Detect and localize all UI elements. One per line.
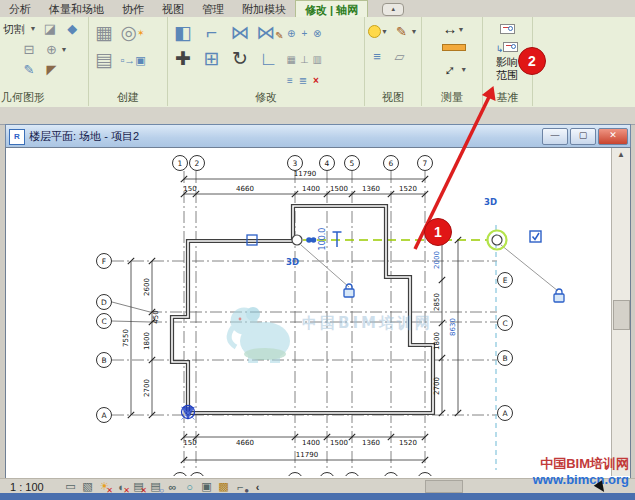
unpin-icon[interactable]: ▥ (311, 53, 324, 66)
edit-profile-icon[interactable]: ✎ (20, 61, 38, 79)
scope-icon (500, 24, 515, 34)
lock-icon-right[interactable] (554, 289, 564, 302)
reveal-hidden-bulb-icon[interactable]: ○ (182, 481, 197, 493)
horizontal-scroll-thumb[interactable] (425, 480, 463, 493)
temp-dimension-value[interactable]: 100.0 (318, 228, 327, 251)
svg-text:C: C (502, 319, 507, 328)
cut-dropdown-icon[interactable]: ▼ (29, 25, 36, 32)
tab-collaborate[interactable]: 协作 (113, 0, 153, 17)
svg-text:1360: 1360 (362, 439, 380, 447)
measure-diagonal-icon[interactable]: ↔ (436, 57, 460, 81)
measure-dropdown-icon[interactable]: ▼ (458, 26, 465, 33)
svg-text:4: 4 (325, 159, 330, 168)
tab-analyze[interactable]: 分析 (0, 0, 40, 17)
cutaway-lines-icon[interactable]: ≡ (368, 48, 386, 66)
align-icon[interactable]: ◧ (171, 21, 195, 45)
watermark-line2: www.bimcn.org (533, 472, 629, 488)
cut-button[interactable]: 切割 (3, 23, 25, 35)
mirror-draw-icon[interactable]: ⋈✎ (256, 21, 280, 45)
tab-manage[interactable]: 管理 (193, 0, 233, 17)
copy-to-clipboard-icon[interactable]: ▫→▣ (120, 48, 144, 72)
create-similar-icon[interactable]: ◎✶ (120, 21, 144, 45)
close-button[interactable]: ✕ (598, 128, 628, 145)
scale-icon[interactable]: ▦ (285, 53, 298, 66)
demolish-hammer-icon[interactable]: ◤ (42, 61, 60, 79)
align-right-icon[interactable]: ≣ (296, 74, 309, 87)
rotate-icon[interactable]: ↻ (228, 47, 252, 71)
tab-modify-grid-active[interactable]: 修改 | 轴网 (295, 0, 368, 17)
scroll-up-icon[interactable]: ▲ (612, 150, 630, 159)
segment-toggle-icon-2[interactable] (311, 237, 317, 243)
propagate-checkbox[interactable] (530, 231, 541, 242)
tab-view[interactable]: 视图 (153, 0, 193, 17)
crop-region-icon[interactable]: ▣ (199, 480, 214, 493)
copy-icon[interactable]: ⊞ (199, 47, 223, 71)
crop-view-icon[interactable]: ▤○ (148, 480, 163, 493)
vertical-scroll-thumb[interactable] (613, 300, 630, 330)
3d-extent-label-left[interactable]: 3D (286, 257, 299, 267)
join-geometry-icon[interactable]: ◆ (63, 20, 81, 38)
align-left-icon[interactable]: ≡ (283, 74, 296, 87)
ribbon-collapse-button[interactable]: ▴ (382, 3, 404, 16)
bulb-dropdown-icon[interactable]: ▼ (381, 28, 388, 35)
trim-extend-icon[interactable]: ∟ (256, 47, 280, 71)
move-icon[interactable]: ✚ (171, 47, 195, 71)
linework-brush-icon[interactable]: ✎ (392, 23, 410, 41)
window-bottom-edge (0, 493, 635, 500)
measure2-dropdown-icon[interactable]: ▼ (460, 66, 467, 73)
panel-view: ▼ ✎▼ ≡ ▱ 视图 (365, 17, 422, 106)
view-window-title: 楼层平面: 场地 - 项目2 (29, 129, 139, 144)
cope-icon[interactable]: ⊕ (42, 41, 60, 59)
minimize-button[interactable]: — (542, 128, 568, 145)
svg-text:1360: 1360 (362, 185, 380, 193)
wall-sweep-icon[interactable]: ⊟ (20, 41, 38, 59)
tab-massing[interactable]: 体量和场地 (40, 0, 113, 17)
drawing-canvas[interactable]: 中国BIM培训网 150 4660 1400 1500 (5, 147, 631, 479)
create-group-icon[interactable]: ▦ (92, 21, 116, 45)
mirror-axis-icon[interactable]: ⋈ (228, 21, 252, 45)
tab-addins[interactable]: 附加模块 (233, 0, 295, 17)
grid-end-circle-right[interactable] (492, 235, 502, 245)
detail-level-icon[interactable]: ▭ (63, 480, 78, 493)
split-gap-icon[interactable]: + (298, 27, 311, 40)
worksharing-display-icon[interactable]: ▩ (216, 480, 231, 493)
temporary-hide-glasses-icon[interactable]: ∞ (165, 481, 180, 493)
cut-geometry-icon[interactable]: ◪ (41, 20, 59, 38)
visual-style-icon[interactable]: ▧ (80, 480, 95, 493)
hidden-window-icon[interactable]: ▱ (390, 48, 408, 66)
rendering-icon[interactable]: ▤✕ (131, 480, 146, 493)
rvt-file-icon: R (9, 129, 25, 145)
vertical-scrollbar[interactable]: ▲ (611, 148, 630, 476)
pin-icon[interactable]: ⊥ (298, 53, 311, 66)
svg-text:2700: 2700 (143, 379, 151, 397)
building-walls-core (172, 206, 433, 413)
panel-label-geometry: 几何图形 (0, 90, 89, 105)
shadows-icon[interactable]: ◐✕ (114, 481, 129, 493)
reveal-bulb-icon[interactable] (368, 25, 381, 38)
constraints-lock-icon[interactable]: ⌐● (233, 481, 248, 493)
collapse-chevron-icon[interactable]: ‹ (250, 481, 265, 493)
panel-measure: ↔▼ ↔ ▼ 测量 (422, 17, 483, 106)
3d-extent-label-right[interactable]: 3D (484, 197, 497, 207)
brush-dropdown-icon[interactable]: ▼ (410, 28, 417, 35)
panel-label-modify: 修改 (168, 90, 364, 105)
svg-text:4660: 4660 (236, 185, 254, 193)
view-scale[interactable]: 1 : 100 (10, 481, 62, 493)
delete-icon[interactable]: × (309, 74, 322, 87)
array-icon[interactable]: ⊗ (311, 27, 324, 40)
offset-icon[interactable]: ⌐ (199, 21, 223, 45)
lock-icon-left[interactable] (344, 284, 354, 297)
create-assembly-icon[interactable]: ▤ (92, 48, 116, 72)
callout-badge-1: 1 (424, 218, 452, 246)
restore-button[interactable]: ▢ (570, 128, 596, 145)
measure-between-icon[interactable]: ↔ (443, 20, 458, 37)
building-walls[interactable] (172, 206, 433, 413)
grid-end-circle-left[interactable] (292, 235, 302, 245)
svg-text:1500: 1500 (330, 439, 348, 447)
svg-text:6: 6 (389, 159, 394, 168)
cope-dropdown-icon[interactable]: ▼ (60, 46, 67, 53)
svg-text:450: 450 (152, 310, 160, 323)
svg-text:1500: 1500 (330, 185, 348, 193)
sun-path-icon[interactable]: ☀✕ (97, 480, 112, 493)
split-icon[interactable]: ⊕ (285, 27, 298, 40)
